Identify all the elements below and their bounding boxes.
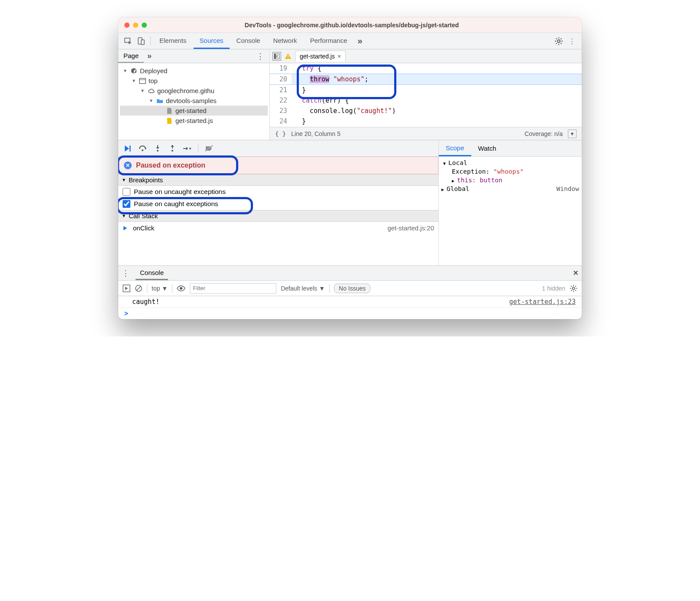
warning-icon: [285, 53, 292, 60]
tree-item-domain[interactable]: ▼ googlechrome.githu: [120, 86, 268, 96]
svg-rect-9: [288, 58, 288, 58]
tree-label: get-started: [175, 107, 207, 114]
scope-global[interactable]: ▶ GlobalWindow: [441, 184, 579, 193]
code-editor[interactable]: 19 try {20 throw "whoops";21 }22 catch(e…: [270, 63, 582, 127]
drawer-kebab-icon[interactable]: ⋮: [122, 268, 130, 278]
scope-body: ▼ Local Exception: "whoops" ▶ this: butt…: [439, 157, 582, 195]
panel-tabs: Elements Sources Console Network Perform…: [153, 33, 353, 49]
tabs-overflow-icon[interactable]: »: [358, 36, 363, 46]
tree-item-file-html[interactable]: get-started: [120, 106, 268, 116]
hidden-count[interactable]: 1 hidden: [542, 285, 565, 292]
drawer-tab-console[interactable]: Console: [136, 266, 168, 280]
tree-item-top[interactable]: ▼ top: [120, 76, 268, 86]
tree-item-folder[interactable]: ▼ devtools-samples: [120, 96, 268, 106]
code-line[interactable]: 20 throw "whoops";: [270, 74, 582, 85]
code-line[interactable]: 24 }: [270, 116, 582, 126]
tab-elements[interactable]: Elements: [153, 33, 193, 49]
drawer-tabbar: ⋮ Console ×: [118, 266, 582, 281]
breakpoint-checkboxes: Pause on uncaught exceptions Pause on ca…: [118, 186, 438, 210]
step-into-icon[interactable]: [151, 143, 164, 154]
tree-item-deployed[interactable]: ▼ Deployed: [120, 66, 268, 76]
breakpoints-section-header[interactable]: ▼Breakpoints: [118, 174, 438, 186]
main-toolbar: Elements Sources Console Network Perform…: [118, 33, 582, 49]
callstack-section-header[interactable]: ▼Call Stack: [118, 210, 438, 222]
scope-local[interactable]: ▼ Local: [441, 158, 579, 167]
pause-reason-text: Paused on exception: [136, 162, 205, 169]
editor-filename: get-started.js: [300, 53, 335, 60]
tree-label: Deployed: [140, 67, 167, 74]
console-toolbar: top ▼ Default levels ▼ No Issues 1 hidde…: [118, 281, 582, 296]
device-toggle-icon[interactable]: [135, 35, 148, 48]
svg-rect-10: [130, 145, 131, 152]
callstack-item[interactable]: onClick get-started.js:20: [118, 222, 438, 234]
step-icon[interactable]: [181, 143, 194, 154]
tree-label: devtools-samples: [166, 97, 217, 104]
step-over-icon[interactable]: [136, 143, 149, 154]
tree-label: get-started.js: [175, 117, 213, 124]
file-icon: [166, 107, 173, 114]
tab-performance[interactable]: Performance: [304, 33, 353, 49]
navigator-overflow-icon[interactable]: »: [147, 52, 152, 61]
tab-watch[interactable]: Watch: [471, 141, 503, 155]
toggle-navigator-icon[interactable]: [272, 52, 281, 61]
levels-dropdown[interactable]: Default levels ▼: [281, 285, 325, 292]
scope-this[interactable]: ▶ this: button: [441, 176, 579, 184]
tab-console[interactable]: Console: [230, 33, 266, 49]
tree-item-file-js[interactable]: get-started.js: [120, 116, 268, 126]
navigator-kebab-icon[interactable]: ⋮: [251, 52, 269, 61]
close-window-icon[interactable]: [124, 23, 130, 28]
braces-icon[interactable]: { }: [275, 130, 286, 137]
pause-reason-banner: ✕ Paused on exception: [118, 157, 438, 174]
minimize-window-icon[interactable]: [133, 23, 138, 28]
filter-input[interactable]: [190, 283, 276, 294]
console-log-entry: caught! get-started.js:23: [118, 296, 582, 308]
code-line[interactable]: 25 updateLabel();: [270, 126, 582, 127]
pause-uncaught-checkbox[interactable]: Pause on uncaught exceptions: [118, 186, 438, 198]
file-tree: ▼ Deployed ▼ top ▼ googlechrome.githu ▼ …: [118, 63, 269, 140]
scope-tabs: Scope Watch: [439, 140, 582, 157]
scope-exception: Exception: "whoops": [441, 167, 579, 176]
code-line[interactable]: 19 try {: [270, 63, 582, 74]
pause-caught-checkbox[interactable]: Pause on caught exceptions: [118, 198, 438, 210]
code-line[interactable]: 22 catch(err) {: [270, 95, 582, 106]
resume-icon[interactable]: [122, 143, 135, 154]
tab-sources[interactable]: Sources: [194, 33, 230, 49]
code-line[interactable]: 21 }: [270, 85, 582, 95]
svg-point-17: [189, 148, 191, 149]
traffic-lights: [124, 23, 147, 28]
cursor-position: Line 20, Column 5: [291, 130, 340, 137]
svg-rect-2: [141, 40, 144, 45]
window-title: DevTools - googlechrome.github.io/devtoo…: [150, 22, 553, 29]
editor-tabs: get-started.js ×: [270, 49, 582, 63]
status-dropdown-icon[interactable]: ▼: [568, 129, 577, 138]
info-circle-icon: ✕: [124, 162, 132, 169]
issues-button[interactable]: No Issues: [334, 284, 370, 293]
file-js-icon: [166, 117, 173, 124]
navigator-tab-page[interactable]: Page: [118, 49, 144, 63]
maximize-window-icon[interactable]: [142, 23, 147, 28]
eye-icon[interactable]: [177, 285, 185, 291]
log-source-link[interactable]: get-started.js:23: [509, 298, 576, 306]
close-tab-icon[interactable]: ×: [337, 53, 341, 60]
deactivate-breakpoints-icon[interactable]: [203, 143, 216, 154]
settings-gear-icon[interactable]: [552, 35, 565, 48]
drawer-close-icon[interactable]: ×: [573, 268, 578, 278]
console-prompt[interactable]: >: [118, 308, 582, 319]
editor-file-tab[interactable]: get-started.js ×: [295, 51, 346, 61]
more-kebab-icon[interactable]: ⋮: [565, 35, 578, 48]
step-out-icon[interactable]: [166, 143, 179, 154]
window-icon: [139, 78, 146, 84]
navigator-pane: Page » ⋮ ▼ Deployed ▼ top ▼ googlechrome…: [118, 49, 270, 140]
clear-console-icon[interactable]: [135, 284, 143, 292]
play-square-icon[interactable]: [123, 284, 130, 292]
tab-network[interactable]: Network: [267, 33, 303, 49]
inspect-element-icon[interactable]: [122, 35, 135, 48]
tab-scope[interactable]: Scope: [439, 141, 471, 156]
console-settings-gear-icon[interactable]: [570, 284, 577, 292]
svg-rect-7: [274, 54, 276, 59]
editor-pane: get-started.js × 19 try {20 throw "whoop…: [270, 49, 582, 140]
separator: [150, 36, 151, 46]
context-selector[interactable]: top ▼: [152, 285, 168, 292]
code-line[interactable]: 23 console.log("caught!"): [270, 106, 582, 116]
devtools-window: DevTools - googlechrome.github.io/devtoo…: [118, 17, 582, 319]
